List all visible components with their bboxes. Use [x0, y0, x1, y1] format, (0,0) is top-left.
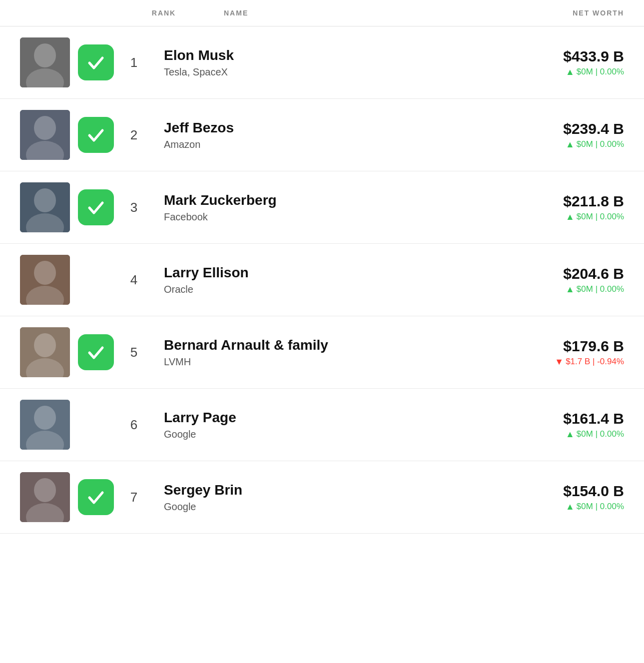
svg-point-7 — [34, 188, 56, 212]
person-info: Elon MuskTesla, SpaceX — [149, 47, 494, 78]
list-item[interactable]: 4Larry EllisonOracle$204.6 B▲$0M | 0.00% — [0, 244, 644, 316]
list-header: RANK NAME NET WORTH — [0, 0, 644, 26]
net-worth-value: $204.6 B — [494, 265, 624, 282]
rank-number: 1 — [119, 55, 149, 70]
net-worth-value: $154.0 B — [494, 483, 624, 500]
person-company: Google — [164, 501, 494, 513]
avatar — [20, 472, 70, 522]
person-company: Facebook — [164, 211, 494, 223]
change-text: $1.7 B | -0.94% — [566, 357, 624, 367]
list-item[interactable]: 5Bernard Arnault & familyLVMH$179.6 B▼$1… — [0, 316, 644, 389]
change-text: $0M | 0.00% — [577, 67, 624, 77]
verified-badge — [78, 117, 114, 153]
person-name: Larry Ellison — [164, 264, 494, 281]
svg-point-19 — [34, 478, 56, 502]
rank-number: 6 — [119, 417, 149, 433]
net-worth-value: $161.4 B — [494, 410, 624, 427]
person-info: Larry EllisonOracle — [149, 264, 494, 296]
net-worth-value: $433.9 B — [494, 48, 624, 65]
person-name: Larry Page — [164, 409, 494, 426]
net-worth-cell: $161.4 B▲$0M | 0.00% — [494, 410, 624, 440]
person-company: Google — [164, 429, 494, 440]
net-worth-cell: $154.0 B▲$0M | 0.00% — [494, 483, 624, 512]
rank-number: 2 — [119, 127, 149, 143]
arrow-up-icon: ▲ — [566, 67, 575, 77]
name-column-header: NAME — [214, 9, 494, 17]
rank-number: 3 — [119, 200, 149, 215]
person-company: Oracle — [164, 284, 494, 295]
arrow-up-icon: ▲ — [566, 429, 575, 440]
net-worth-change: ▼$1.7 B | -0.94% — [494, 357, 624, 367]
billionaire-list: 1Elon MuskTesla, SpaceX$433.9 B▲$0M | 0.… — [0, 26, 644, 534]
net-worth-value: $211.8 B — [494, 193, 624, 210]
change-text: $0M | 0.00% — [577, 429, 624, 439]
person-name: Bernard Arnault & family — [164, 337, 494, 354]
person-name: Sergey Brin — [164, 482, 494, 499]
change-text: $0M | 0.00% — [577, 502, 624, 512]
person-company: LVMH — [164, 356, 494, 368]
person-name: Mark Zuckerberg — [164, 192, 494, 209]
svg-point-4 — [34, 116, 56, 140]
net-worth-cell: $179.6 B▼$1.7 B | -0.94% — [494, 338, 624, 367]
avatar — [20, 37, 70, 87]
arrow-down-icon: ▼ — [555, 357, 564, 367]
change-text: $0M | 0.00% — [577, 284, 624, 294]
verified-badge — [78, 479, 114, 515]
person-company: Amazon — [164, 139, 494, 150]
avatar — [20, 255, 70, 305]
verified-badge — [78, 44, 114, 80]
svg-point-10 — [34, 261, 56, 285]
list-item[interactable]: 6Larry PageGoogle$161.4 B▲$0M | 0.00% — [0, 389, 644, 461]
no-badge-spacer — [78, 262, 114, 298]
person-info: Jeff BezosAmazon — [149, 119, 494, 151]
arrow-up-icon: ▲ — [566, 502, 575, 512]
change-text: $0M | 0.00% — [577, 212, 624, 222]
rank-number: 5 — [119, 345, 149, 360]
net-worth-change: ▲$0M | 0.00% — [494, 212, 624, 222]
person-info: Sergey BrinGoogle — [149, 482, 494, 513]
avatar — [20, 327, 70, 377]
arrow-up-icon: ▲ — [566, 284, 575, 295]
avatar — [20, 110, 70, 160]
svg-point-13 — [34, 333, 56, 357]
arrow-up-icon: ▲ — [566, 139, 575, 150]
verified-badge — [78, 189, 114, 225]
list-item[interactable]: 1Elon MuskTesla, SpaceX$433.9 B▲$0M | 0.… — [0, 26, 644, 99]
list-item[interactable]: 2Jeff BezosAmazon$239.4 B▲$0M | 0.00% — [0, 99, 644, 171]
list-item[interactable]: 3Mark ZuckerbergFacebook$211.8 B▲$0M | 0… — [0, 171, 644, 244]
net-worth-cell: $211.8 B▲$0M | 0.00% — [494, 193, 624, 222]
no-badge-spacer — [78, 407, 114, 443]
list-item[interactable]: 7Sergey BrinGoogle$154.0 B▲$0M | 0.00% — [0, 461, 644, 534]
net-worth-change: ▲$0M | 0.00% — [494, 139, 624, 150]
svg-point-1 — [34, 43, 56, 67]
rank-number: 4 — [119, 272, 149, 288]
avatar — [20, 400, 70, 450]
person-info: Mark ZuckerbergFacebook — [149, 192, 494, 223]
person-name: Elon Musk — [164, 47, 494, 64]
net-worth-value: $179.6 B — [494, 338, 624, 355]
person-name: Jeff Bezos — [164, 119, 494, 136]
rank-number: 7 — [119, 490, 149, 505]
verified-badge — [78, 334, 114, 370]
person-info: Larry PageGoogle — [149, 409, 494, 441]
rank-column-header: RANK — [114, 9, 214, 17]
net-worth-change: ▲$0M | 0.00% — [494, 67, 624, 77]
svg-point-16 — [34, 406, 56, 430]
net-worth-change: ▲$0M | 0.00% — [494, 429, 624, 440]
net-worth-change: ▲$0M | 0.00% — [494, 284, 624, 295]
person-info: Bernard Arnault & familyLVMH — [149, 337, 494, 368]
avatar — [20, 182, 70, 232]
net-worth-change: ▲$0M | 0.00% — [494, 502, 624, 512]
net-worth-cell: $239.4 B▲$0M | 0.00% — [494, 120, 624, 150]
networth-column-header: NET WORTH — [494, 9, 624, 17]
net-worth-value: $239.4 B — [494, 120, 624, 137]
net-worth-cell: $433.9 B▲$0M | 0.00% — [494, 48, 624, 77]
net-worth-cell: $204.6 B▲$0M | 0.00% — [494, 265, 624, 295]
change-text: $0M | 0.00% — [577, 139, 624, 149]
arrow-up-icon: ▲ — [566, 212, 575, 222]
person-company: Tesla, SpaceX — [164, 66, 494, 78]
